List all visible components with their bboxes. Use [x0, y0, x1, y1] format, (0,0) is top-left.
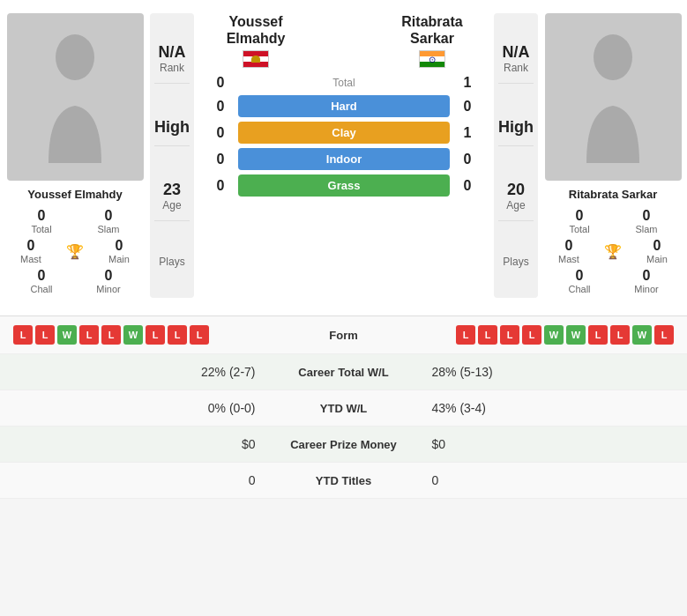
left-form-badges: LLWLLWLLL	[13, 325, 291, 345]
left-plays-block: Plays	[154, 247, 190, 277]
stat-left-value: 0% (0-0)	[13, 401, 273, 415]
left-flag-egypt	[243, 50, 269, 68]
right-player-card: Ritabrata Sarkar 0 Total 0 Slam 0 Mast 🏆	[542, 13, 683, 298]
left-name-line2: Elmahdy	[227, 30, 286, 47]
right-name-line1: Ritabrata	[401, 13, 462, 30]
form-badge: L	[79, 325, 99, 345]
center-scores: Youssef Elmahdy Ritabrata Sarkar 0 Total…	[198, 13, 489, 298]
left-slam-stat: 0 Slam	[82, 208, 135, 234]
clay-row: 0 Clay 1	[203, 122, 485, 144]
stat-right-value: 28% (5-13)	[414, 365, 675, 379]
grass-badge: Grass	[238, 174, 450, 197]
stat-center-label: Career Prize Money	[273, 438, 414, 451]
form-badge: L	[522, 325, 541, 345]
stat-left-value: $0	[13, 437, 273, 451]
right-mast-stat: 0 Mast	[542, 238, 595, 264]
stat-center-label: YTD Titles	[273, 474, 414, 487]
left-player-silhouette	[35, 26, 115, 167]
total-score-right: 1	[450, 75, 485, 91]
form-badge: W	[544, 325, 564, 345]
right-trophy-icon: 🏆	[604, 243, 622, 260]
right-slam-stat: 0 Slam	[620, 208, 673, 234]
clay-score-right: 1	[450, 125, 485, 141]
stat-right-value: $0	[414, 437, 675, 451]
right-stats-row2: 0 Mast 🏆 0 Main	[542, 238, 683, 264]
hard-score-right: 0	[450, 99, 485, 115]
form-badge: W	[632, 325, 652, 345]
left-high-block: High	[154, 109, 190, 146]
right-player-name: Ritabrata Sarkar	[569, 188, 657, 201]
form-badge: L	[610, 325, 630, 345]
form-badge: W	[123, 325, 143, 345]
stat-row: $0Career Prize Money$0	[0, 427, 687, 463]
comparison-area: Youssef Elmahdy 0 Total 0 Slam 0 Mast 🏆	[0, 0, 687, 307]
bottom-table: LLWLLWLLL Form LLLLWWLLWL 22% (2-7)Caree…	[0, 315, 687, 499]
form-badge: L	[456, 325, 475, 345]
left-minor-stat: 0 Minor	[82, 268, 135, 294]
left-name-line1: Youssef	[228, 13, 282, 30]
svg-point-1	[594, 34, 632, 80]
clay-score-left: 0	[203, 125, 238, 141]
stats-rows: 22% (2-7)Career Total W/L28% (5-13)0% (0…	[0, 354, 687, 499]
right-main-stat: 0 Main	[631, 238, 683, 264]
left-player-photo	[7, 13, 144, 181]
right-player-silhouette	[573, 26, 653, 167]
left-stats-row2: 0 Mast 🏆 0 Main	[4, 238, 146, 264]
grass-score-left: 0	[203, 178, 238, 194]
stat-row: 22% (2-7)Career Total W/L28% (5-13)	[0, 354, 687, 390]
right-form-badges: LLLLWWLLWL	[397, 325, 675, 345]
form-badge: L	[168, 325, 187, 345]
form-badge: L	[146, 325, 165, 345]
form-badge: L	[35, 325, 55, 345]
hard-score-left: 0	[203, 99, 238, 115]
indoor-score-left: 0	[203, 152, 238, 167]
right-header: Ritabrata Sarkar	[379, 13, 485, 68]
left-player-card: Youssef Elmahdy 0 Total 0 Slam 0 Mast 🏆	[4, 13, 146, 298]
total-score-left: 0	[203, 75, 238, 91]
left-total-stat: 0 Total	[15, 208, 68, 234]
grass-row: 0 Grass 0	[203, 174, 485, 197]
form-badge: L	[500, 325, 519, 345]
grass-score-right: 0	[450, 178, 485, 194]
left-rank-block: N/A Rank	[154, 34, 190, 84]
right-player-photo	[545, 13, 682, 181]
form-badge: L	[190, 325, 209, 345]
left-player-name: Youssef Elmahdy	[27, 188, 122, 201]
stat-right-value: 43% (3-4)	[414, 401, 675, 415]
left-mast-stat: 0 Mast	[4, 238, 57, 264]
left-header: Youssef Elmahdy	[203, 13, 309, 68]
left-trophy-icon: 🏆	[66, 243, 84, 260]
stat-left-value: 0	[13, 473, 273, 487]
form-badge: L	[588, 325, 608, 345]
indoor-badge: Indoor	[238, 148, 450, 170]
stat-row: 0% (0-0)YTD W/L43% (3-4)	[0, 390, 687, 427]
right-rank-block: N/A Rank	[498, 34, 534, 84]
players-header-row: Youssef Elmahdy Ritabrata Sarkar	[203, 13, 485, 68]
right-chall-stat: 0 Chall	[553, 268, 606, 294]
stat-left-value: 22% (2-7)	[13, 365, 273, 379]
form-badge: L	[101, 325, 121, 345]
left-middle-stats: N/A Rank High 23 Age Plays	[150, 13, 194, 298]
right-total-stat: 0 Total	[553, 208, 606, 234]
svg-point-0	[56, 34, 94, 80]
right-stats-row1: 0 Total 0 Slam	[542, 208, 683, 234]
total-label: Total	[238, 77, 450, 89]
hard-badge: Hard	[238, 95, 450, 117]
right-plays-block: Plays	[498, 247, 534, 277]
form-row: LLWLLWLLL Form LLLLWWLLWL	[0, 316, 687, 354]
form-badge: W	[57, 325, 77, 345]
total-score-row: 0 Total 1	[203, 75, 485, 91]
right-middle-stats: N/A Rank High 20 Age Plays	[494, 13, 538, 298]
form-badge: L	[654, 325, 674, 345]
hard-row: 0 Hard 0	[203, 95, 485, 117]
right-age-block: 20 Age	[498, 172, 534, 221]
stat-center-label: Career Total W/L	[273, 366, 414, 379]
left-main-stat: 0 Main	[93, 238, 146, 264]
form-badge: W	[566, 325, 586, 345]
left-stats-row1: 0 Total 0 Slam	[4, 208, 146, 234]
clay-badge: Clay	[238, 122, 450, 144]
right-stats-row3: 0 Chall 0 Minor	[542, 268, 683, 294]
form-badge: L	[478, 325, 497, 345]
left-stats-row3: 0 Chall 0 Minor	[4, 268, 146, 294]
stat-right-value: 0	[414, 473, 675, 487]
